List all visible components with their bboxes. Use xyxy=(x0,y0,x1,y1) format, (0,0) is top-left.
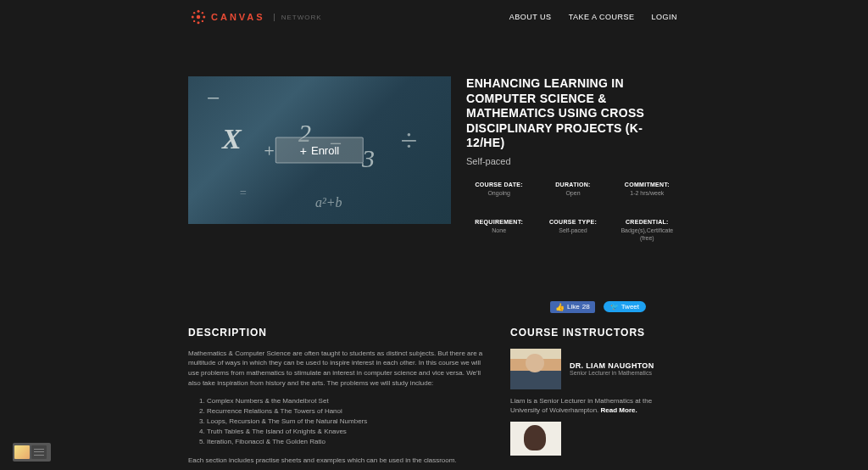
svg-point-7 xyxy=(193,20,195,22)
svg-point-4 xyxy=(203,16,205,19)
meta-label: COURSE DATE: xyxy=(466,182,531,187)
enroll-button[interactable]: + Enroll xyxy=(275,137,364,164)
course-banner-image: − X + 2 − 3 ÷ a²+b = + Enroll xyxy=(188,76,451,224)
bottom-left-widget[interactable] xyxy=(13,443,51,462)
instructors-section: COURSE INSTRUCTORS DR. LIAM NAUGHTON Sen… xyxy=(510,327,680,470)
plus-icon: + xyxy=(300,144,307,156)
tweet-label: Tweet xyxy=(621,303,639,311)
description-section: DESCRIPTION Mathematics & Computer Scien… xyxy=(188,327,485,470)
nav-about[interactable]: ABOUT US xyxy=(509,13,552,21)
chalk-decor: 3 xyxy=(362,144,375,173)
instructors-heading: COURSE INSTRUCTORS xyxy=(510,327,680,339)
svg-point-5 xyxy=(193,12,195,14)
svg-point-2 xyxy=(198,21,200,24)
meta-label: REQUIREMENT: xyxy=(466,219,531,225)
description-after1: Each section includes practise sheets an… xyxy=(188,456,485,466)
meta-course-type: COURSE TYPE: Self-paced xyxy=(540,219,605,242)
svg-point-3 xyxy=(192,16,194,19)
instructor-card: DR. LIAM NAUGHTON Senior Lecturer in Mat… xyxy=(510,349,680,389)
top-nav: ABOUT US TAKE A COURSE LOGIN xyxy=(509,13,677,21)
meta-value: Badge(s),Certificate (free) xyxy=(615,227,680,242)
meta-credential: CREDENTIAL: Badge(s),Certificate (free) xyxy=(615,219,680,242)
twitter-bird-icon: 🐦 xyxy=(610,303,619,311)
meta-label: COMMITMENT: xyxy=(615,182,680,187)
course-title: ENHANCING LEARNING IN COMPUTER SCIENCE &… xyxy=(466,76,680,151)
social-share-row: 👍 Like 28 🐦 Tweet xyxy=(188,301,680,313)
read-more-link[interactable]: Read More. xyxy=(601,406,637,414)
instructor-role: Senior Lecturer in Mathematics xyxy=(570,370,654,376)
description-intro: Mathematics & Computer Science are often… xyxy=(188,349,485,388)
topic-item: Iteration, Fibonacci & The Golden Ratio xyxy=(207,437,485,447)
instructor-avatar xyxy=(510,422,561,456)
course-meta-grid: COURSE DATE: Ongoing DURATION: Open COMM… xyxy=(466,182,680,242)
course-pace: Self-paced xyxy=(466,156,680,166)
hero-section: − X + 2 − 3 ÷ a²+b = + Enroll ENHANCING … xyxy=(188,76,680,242)
instructor-name: DR. LIAM NAUGHTON xyxy=(570,361,654,370)
widget-tile-icon xyxy=(14,445,30,459)
brand-sub: NETWORK xyxy=(274,14,322,21)
meta-label: DURATION: xyxy=(540,182,605,187)
chalk-decor: = xyxy=(239,187,247,200)
widget-list-icon xyxy=(31,445,47,459)
chalk-decor: ÷ xyxy=(400,123,417,159)
svg-point-1 xyxy=(198,10,200,13)
instructor-bio: Liam is a Senior Lecturer in Mathematics… xyxy=(510,396,680,415)
description-heading: DESCRIPTION xyxy=(188,327,485,339)
tweet-button[interactable]: 🐦 Tweet xyxy=(604,301,646,312)
meta-value: 1-2 hrs/week xyxy=(615,189,680,197)
fb-like-count: 28 xyxy=(582,303,590,311)
chalk-decor: − xyxy=(205,85,221,112)
site-header: CANVAS NETWORK ABOUT US TAKE A COURSE LO… xyxy=(0,0,868,34)
topic-item: Recurrence Relations & The Towers of Han… xyxy=(207,406,485,417)
instructor-avatar xyxy=(510,349,561,389)
chalk-decor: + xyxy=(263,140,275,162)
meta-duration: DURATION: Open xyxy=(540,182,605,197)
svg-point-0 xyxy=(197,15,201,20)
nav-login[interactable]: LOGIN xyxy=(651,13,677,21)
fb-like-label: Like xyxy=(567,303,580,311)
meta-value: None xyxy=(466,227,531,234)
facebook-like-button[interactable]: 👍 Like 28 xyxy=(550,301,595,313)
meta-value: Self-paced xyxy=(540,227,605,234)
svg-point-8 xyxy=(202,20,203,22)
meta-value: Ongoing xyxy=(466,189,531,197)
brand-name: CANVAS xyxy=(211,12,265,22)
instructor-card xyxy=(510,422,680,456)
thumb-up-icon: 👍 xyxy=(555,303,565,311)
meta-requirement: REQUIREMENT: None xyxy=(466,219,531,242)
topic-list: Complex Numbers & the Mandelbrot Set Rec… xyxy=(188,396,485,447)
meta-value: Open xyxy=(540,189,605,197)
canvas-logo-icon xyxy=(191,9,206,25)
chalk-decor: X xyxy=(222,123,242,155)
meta-label: COURSE TYPE: xyxy=(540,219,605,225)
svg-point-6 xyxy=(202,12,203,14)
topic-item: Complex Numbers & the Mandelbrot Set xyxy=(207,396,485,406)
topic-item: Loops, Recursion & The Sum of the Natura… xyxy=(207,417,485,427)
meta-course-date: COURSE DATE: Ongoing xyxy=(466,182,531,197)
topic-item: Truth Tables & The Island of Knights & K… xyxy=(207,427,485,437)
meta-label: CREDENTIAL: xyxy=(615,219,680,225)
nav-take-course[interactable]: TAKE A COURSE xyxy=(569,13,635,21)
meta-commitment: COMMITMENT: 1-2 hrs/week xyxy=(615,182,680,197)
chalk-decor: a²+b xyxy=(315,195,342,210)
enroll-label: Enroll xyxy=(311,144,339,157)
brand-logo[interactable]: CANVAS NETWORK xyxy=(191,9,322,25)
